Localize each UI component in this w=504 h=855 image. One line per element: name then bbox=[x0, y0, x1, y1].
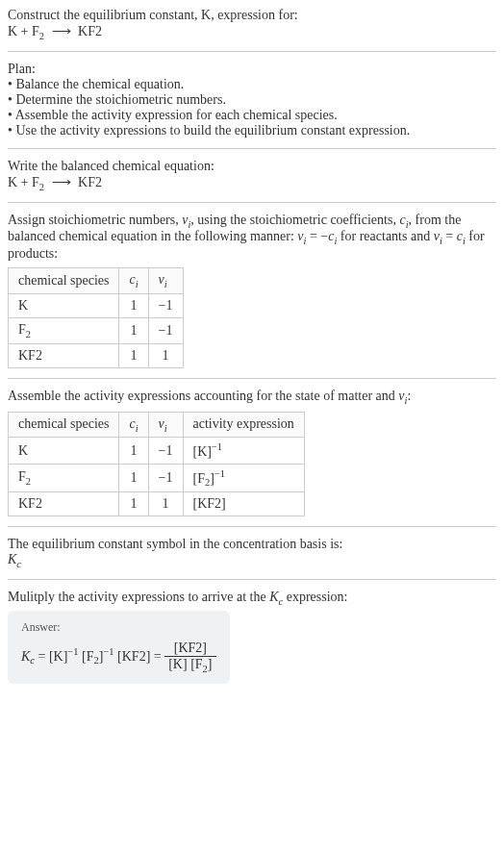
fraction-num: [KF2] bbox=[164, 641, 215, 657]
K-symbol: K bbox=[8, 552, 16, 566]
intro-section: Construct the equilibrium constant, K, e… bbox=[8, 8, 496, 41]
divider bbox=[8, 51, 496, 52]
reaction-arrow-icon: ⟶ bbox=[52, 174, 71, 190]
balanced-equation: K + F2 ⟶ KF2 bbox=[8, 174, 496, 192]
col-nu: νi bbox=[148, 268, 183, 294]
cell-species: KF2 bbox=[9, 492, 119, 516]
symbol-title: The equilibrium constant symbol in the c… bbox=[8, 537, 496, 552]
eq-rhs: KF2 bbox=[78, 24, 102, 38]
cell-expr: [KF2] bbox=[183, 492, 304, 516]
text: Mulitply the activity expressions to arr… bbox=[8, 590, 269, 604]
cell-c: 1 bbox=[119, 438, 148, 465]
eq-lhs-sub: 2 bbox=[39, 182, 44, 192]
eq-rhs: KF2 bbox=[78, 175, 102, 189]
answer-box: Answer: Kc = [K]−1 [F2]−1 [KF2] = [KF2][… bbox=[8, 611, 230, 684]
reaction-arrow-icon: ⟶ bbox=[52, 23, 71, 39]
table-row: F2 1 −1 [F2]−1 bbox=[9, 465, 305, 492]
divider bbox=[8, 202, 496, 203]
text: , using the stoichiometric coefficients, bbox=[190, 213, 399, 227]
activity-intro: Assemble the activity expressions accoun… bbox=[8, 389, 496, 406]
sub: 2 bbox=[26, 476, 31, 487]
text: for reactants and bbox=[337, 229, 433, 243]
intro-text: Construct the equilibrium constant, K, e… bbox=[8, 8, 298, 22]
nu-sub: i bbox=[164, 422, 167, 433]
text: Assign stoichiometric numbers, bbox=[8, 213, 182, 227]
K-symbol: K bbox=[21, 649, 30, 664]
col-expr: activity expression bbox=[183, 412, 304, 438]
table-header-row: chemical species ci νi activity expressi… bbox=[9, 412, 305, 438]
text: : bbox=[407, 389, 411, 403]
plan-item: • Use the activity expressions to build … bbox=[8, 123, 496, 138]
cell-nu: −1 bbox=[148, 317, 183, 343]
eq-lhs: K + F bbox=[8, 24, 39, 38]
sub: 2 bbox=[26, 329, 31, 339]
cell-species: K bbox=[9, 438, 119, 465]
text: ] bbox=[208, 657, 213, 671]
symbol-section: The equilibrium constant symbol in the c… bbox=[8, 537, 496, 569]
text: = − bbox=[306, 229, 328, 243]
activity-section: Assemble the activity expressions accoun… bbox=[8, 389, 496, 517]
final-section: Mulitply the activity expressions to arr… bbox=[8, 590, 496, 684]
final-intro: Mulitply the activity expressions to arr… bbox=[8, 590, 496, 607]
activity-table: chemical species ci νi activity expressi… bbox=[8, 412, 305, 517]
plan-title: Plan: bbox=[8, 62, 496, 77]
cell-species: K bbox=[9, 293, 119, 317]
plan-item: • Assemble the activity expression for e… bbox=[8, 108, 496, 123]
table-row: F2 1 −1 bbox=[9, 317, 184, 343]
cell-c: 1 bbox=[119, 492, 148, 516]
expr-base: [K] bbox=[193, 444, 212, 459]
cell-expr: [F2]−1 bbox=[183, 465, 304, 492]
stoich-intro: Assign stoichiometric numbers, νi, using… bbox=[8, 213, 496, 263]
table-header-row: chemical species ci νi bbox=[9, 268, 184, 294]
balanced-section: Write the balanced chemical equation: K … bbox=[8, 159, 496, 192]
cell-c: 1 bbox=[119, 293, 148, 317]
text: Assemble the activity expressions accoun… bbox=[8, 389, 398, 403]
expr-base: [F bbox=[193, 471, 205, 486]
answer-expression: Kc = [K]−1 [F2]−1 [KF2] = [KF2][K] [F2] bbox=[21, 641, 216, 674]
eq-lhs: K + F bbox=[8, 175, 39, 189]
balanced-title: Write the balanced chemical equation: bbox=[8, 159, 496, 174]
eq-lhs-sub: 2 bbox=[39, 31, 44, 41]
text: expression: bbox=[283, 590, 347, 604]
c-sub: i bbox=[136, 422, 139, 433]
divider bbox=[8, 148, 496, 149]
table-row: K 1 −1 bbox=[9, 293, 184, 317]
term: [K] bbox=[49, 649, 67, 664]
col-species: chemical species bbox=[9, 412, 119, 438]
term: [F bbox=[79, 649, 94, 664]
col-c: ci bbox=[119, 412, 148, 438]
equals: = bbox=[35, 649, 49, 664]
table-row: KF2 1 1 [KF2] bbox=[9, 492, 305, 516]
table-row: K 1 −1 [K]−1 bbox=[9, 438, 305, 465]
col-nu: νi bbox=[148, 412, 183, 438]
cell-nu: 1 bbox=[148, 492, 183, 516]
term-sup: −1 bbox=[67, 646, 78, 657]
text: F bbox=[18, 469, 26, 484]
intro-line: Construct the equilibrium constant, K, e… bbox=[8, 8, 496, 23]
divider bbox=[8, 526, 496, 527]
plan-item: • Balance the chemical equation. bbox=[8, 77, 496, 92]
c-sub: i bbox=[136, 279, 139, 289]
text: = bbox=[442, 229, 457, 243]
intro-equation: K + F2 ⟶ KF2 bbox=[8, 23, 496, 41]
term: [KF2] = bbox=[114, 649, 165, 664]
nu-sub: i bbox=[164, 279, 167, 289]
plan-item: • Determine the stoichiometric numbers. bbox=[8, 92, 496, 108]
text: [K] [F bbox=[168, 657, 202, 671]
cell-nu: −1 bbox=[148, 438, 183, 465]
K-sub: c bbox=[16, 559, 21, 569]
cell-expr: [K]−1 bbox=[183, 438, 304, 465]
cell-c: 1 bbox=[119, 317, 148, 343]
cell-species: F2 bbox=[9, 317, 119, 343]
plan-section: Plan: • Balance the chemical equation. •… bbox=[8, 62, 496, 138]
cell-species: F2 bbox=[9, 465, 119, 492]
cell-nu: −1 bbox=[148, 293, 183, 317]
term-sup: −1 bbox=[103, 646, 113, 657]
expr-sup: −1 bbox=[214, 468, 225, 479]
table-row: KF2 1 1 bbox=[9, 343, 184, 367]
divider bbox=[8, 378, 496, 379]
divider bbox=[8, 579, 496, 580]
fraction: [KF2][K] [F2] bbox=[164, 641, 215, 674]
K-symbol: K bbox=[269, 590, 278, 604]
col-species: chemical species bbox=[9, 268, 119, 294]
